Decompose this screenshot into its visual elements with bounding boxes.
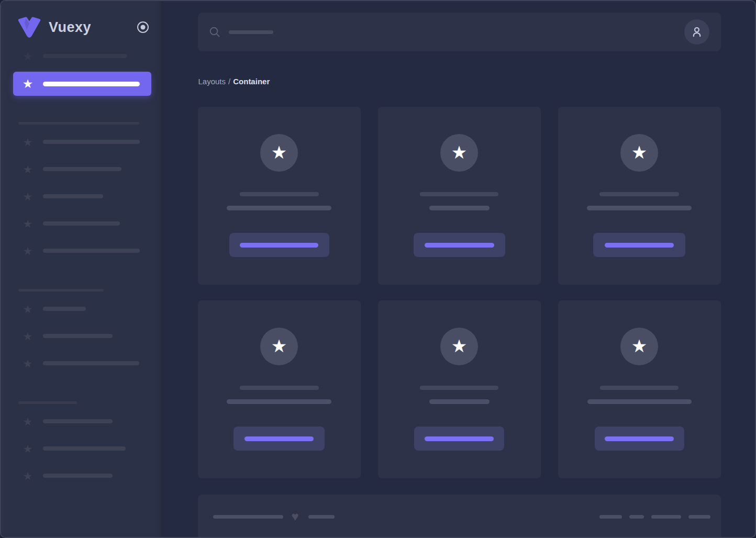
star-icon: ★: [21, 358, 34, 369]
nav-section-heading: [18, 401, 77, 404]
skeleton-text-line: [227, 399, 331, 404]
nav-group: ★ ★ ★: [1, 409, 163, 488]
skeleton-label: [43, 221, 120, 226]
sidebar-item[interactable]: ★: [13, 409, 151, 433]
skeleton-title-line: [599, 192, 679, 196]
button-label-skeleton: [240, 243, 318, 248]
footer-link-skeleton[interactable]: [629, 515, 644, 519]
card-avatar-badge: ★: [260, 328, 298, 365]
sidebar-item[interactable]: ★: [13, 157, 151, 181]
star-icon: ★: [451, 143, 467, 163]
card: ★: [558, 107, 721, 285]
menu-pin-toggle-icon[interactable]: [136, 20, 150, 34]
user-avatar[interactable]: [684, 19, 709, 44]
search-icon: [209, 26, 220, 38]
star-icon: ★: [21, 78, 34, 90]
sidebar-item[interactable]: ★: [13, 211, 151, 236]
skeleton-text-line: [227, 206, 331, 210]
skeleton-label: [43, 307, 86, 311]
skeleton-label: [43, 361, 139, 365]
sidebar-item[interactable]: ★: [13, 44, 151, 68]
skeleton-title-line: [600, 386, 679, 390]
sidebar-item[interactable]: ★: [13, 239, 151, 263]
skeleton-title-line: [240, 386, 319, 390]
star-icon: ★: [21, 164, 34, 175]
button-label-skeleton: [605, 243, 674, 248]
card-action-button[interactable]: [414, 233, 505, 257]
user-icon: [690, 25, 704, 39]
skeleton-text-line: [587, 206, 692, 210]
star-icon: ★: [21, 470, 34, 481]
card-action-button[interactable]: [595, 427, 684, 451]
star-icon: ★: [21, 51, 34, 62]
star-icon: ★: [21, 304, 34, 315]
card-action-button[interactable]: [229, 233, 329, 257]
heart-icon: ♥: [292, 510, 299, 523]
footer-links: [599, 515, 710, 519]
star-icon: ★: [451, 337, 467, 356]
brand-name: Vuexy: [49, 19, 136, 36]
vuexy-logo-icon: [17, 17, 42, 38]
app-window: Vuexy ★ ★ ★ ★: [0, 0, 756, 538]
card-grid: ★ ★ ★ ★: [198, 107, 721, 478]
star-icon: ★: [21, 137, 34, 148]
star-icon: ★: [631, 337, 647, 356]
sidebar: Vuexy ★ ★ ★ ★: [1, 1, 163, 537]
skeleton-text-line: [429, 399, 490, 404]
card: ★: [198, 107, 361, 285]
skeleton-label: [43, 54, 127, 58]
skeleton-title-line: [240, 192, 319, 196]
sidebar-item[interactable]: ★: [13, 436, 151, 461]
sidebar-item[interactable]: ★: [13, 324, 151, 348]
skeleton-label: [43, 82, 140, 86]
card-avatar-badge: ★: [620, 134, 658, 172]
footer-link-skeleton[interactable]: [651, 515, 681, 519]
star-icon: ★: [21, 218, 34, 229]
footer-text-skeleton: [213, 515, 283, 519]
card-action-button[interactable]: [414, 427, 504, 451]
breadcrumb-current-page: Container: [233, 77, 270, 86]
sidebar-item[interactable]: ★: [13, 297, 151, 321]
sidebar-item-active[interactable]: ★: [13, 72, 151, 96]
nav-section-heading: [18, 289, 104, 292]
card: ★: [558, 300, 721, 478]
footer-card: ♥: [198, 495, 721, 538]
card: ★: [198, 300, 361, 478]
sidebar-nav: ★ ★ ★ ★ ★: [1, 38, 163, 488]
star-icon: ★: [21, 443, 34, 454]
breadcrumb-separator: /: [228, 77, 230, 86]
breadcrumb-section[interactable]: Layouts: [198, 77, 226, 86]
card-avatar-badge: ★: [260, 134, 298, 172]
card: ★: [378, 300, 541, 478]
star-icon: ★: [271, 337, 287, 356]
star-icon: ★: [21, 416, 34, 427]
nav-group: ★ ★ ★: [1, 297, 163, 375]
sidebar-item[interactable]: ★: [13, 184, 151, 208]
skeleton-label: [43, 446, 126, 451]
main-area: Layouts/Container ★ ★ ★: [163, 1, 755, 537]
sidebar-item[interactable]: ★: [13, 351, 151, 375]
card-action-button[interactable]: [234, 427, 325, 451]
star-icon: ★: [21, 331, 34, 342]
footer-link-skeleton[interactable]: [599, 515, 622, 519]
skeleton-label: [43, 419, 113, 423]
skeleton-title-line: [420, 386, 498, 390]
skeleton-label: [43, 334, 113, 338]
card-action-button[interactable]: [593, 233, 685, 257]
skeleton-text-line: [587, 399, 692, 404]
nav-section-heading: [18, 122, 139, 125]
footer-link-skeleton[interactable]: [688, 515, 710, 519]
card: ★: [378, 107, 541, 285]
top-search-bar[interactable]: [198, 13, 721, 51]
sidebar-item[interactable]: ★: [13, 130, 151, 154]
brand-header: Vuexy: [1, 1, 163, 38]
skeleton-label: [43, 140, 140, 144]
breadcrumb: Layouts/Container: [198, 77, 721, 86]
skeleton-label: [43, 249, 140, 253]
card-avatar-badge: ★: [440, 328, 478, 365]
skeleton-label: [43, 474, 113, 478]
button-label-skeleton: [605, 436, 674, 441]
sidebar-item[interactable]: ★: [13, 464, 151, 488]
star-icon: ★: [21, 191, 34, 202]
star-icon: ★: [631, 143, 647, 163]
